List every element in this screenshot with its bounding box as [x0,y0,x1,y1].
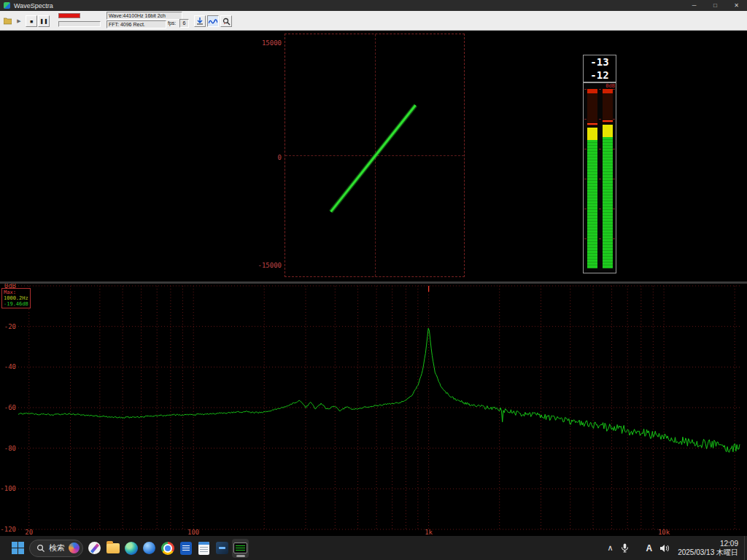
wavespectra-window: WaveSpectra ─ □ ✕ ▶ ■ ❚❚ Wave:44100Hz 16… [0,0,747,560]
minimize-button[interactable]: ─ [684,0,705,11]
spectrum-view-button[interactable] [207,15,219,27]
spectrum-plot: 0dB-20-40-60-80-100-120201001k10k [0,284,747,536]
position-slider[interactable] [58,21,101,27]
tray-time: 12:09 [678,540,738,548]
spectrum-section: 0dB-20-40-60-80-100-120201001k10k Max: 1… [0,284,747,536]
blue-doc-app-icon [180,542,192,555]
taskbar: 検索 ∧ A 12:09 2025/03/13 木曜日 [0,536,747,560]
search-icon [36,544,45,553]
toolbar: ▶ ■ ❚❚ Wave:44100Hz 16bit 2ch FFT: 4096 … [0,11,747,31]
meter-bar-right [603,83,613,273]
taskbar-app-blue-orb[interactable] [141,539,158,558]
search-highlights-icon [69,542,80,553]
search-input[interactable]: 検索 [29,540,83,557]
meter-readout: -13 -12 [583,55,616,82]
fps-input[interactable]: 6 [179,19,189,28]
spectrum-trace [18,328,740,452]
play-button[interactable]: ▶ [13,15,25,27]
chrome-icon [161,542,174,555]
white-doc-app-icon [198,542,209,555]
maximize-button[interactable]: □ [705,0,726,11]
svg-text:-20: -20 [4,323,16,330]
record-level-indicator [58,13,80,18]
taskbar-app-edge[interactable] [123,539,139,558]
peak-info-label: Max: [4,289,28,295]
volume-icon[interactable] [656,539,673,558]
input-select-button[interactable] [194,15,206,27]
meter-left-value: -13 [584,55,616,69]
lissajous-trace [330,105,415,211]
titlebar: WaveSpectra ─ □ ✕ [0,0,747,11]
start-button[interactable] [9,539,26,558]
window-title: WaveSpectra [14,2,53,9]
taskbar-app-dark-blue[interactable] [214,539,231,558]
blue-orb-app-icon [143,542,155,554]
tray-date: 2025/03/13 木曜日 [678,548,738,557]
meter-ticks-mid [599,89,601,268]
svg-text:1k: 1k [425,529,433,536]
meter-unlit-zone [587,93,597,126]
taskbar-app-pen[interactable] [86,539,103,558]
meter-bar-left [587,83,597,273]
microphone-icon[interactable] [617,539,632,558]
peak-level: -19.46dB [4,301,28,307]
scope-ymax-label: 15000 [257,39,282,47]
svg-text:-40: -40 [4,363,16,370]
pause-button[interactable]: ❚❚ [38,15,50,27]
taskbar-app-chrome[interactable] [159,539,176,558]
ime-indicator[interactable]: A [643,539,657,558]
meter-unlit-zone [603,93,613,123]
scope-ymin-label: -15000 [257,262,282,269]
taskbar-app-blue-doc[interactable] [177,539,194,558]
svg-text:-60: -60 [4,404,16,411]
svg-text:-80: -80 [4,445,16,452]
scope-section: 15000 0 -15000 -13 -12 0dB [0,31,747,281]
fps-label: fps: [168,20,176,26]
meter-peak-hold [587,123,597,125]
edge-icon [125,542,138,555]
level-meter: 0dB [583,82,616,273]
dark-blue-app-icon [216,542,228,554]
wave-format-field: Wave:44100Hz 16bit 2ch [107,12,182,20]
lissajous-display [285,34,465,277]
file-explorer-icon [107,543,120,553]
meter-peak-hold [603,120,613,122]
meter-yellow-segment [587,128,597,139]
svg-text:100: 100 [187,529,199,536]
meter-green-segment [603,137,613,268]
search-placeholder: 検索 [49,542,65,553]
taskbar-app-white-doc[interactable] [196,539,212,558]
peak-frequency: 1000.2Hz [4,295,28,301]
svg-text:-120: -120 [0,526,16,533]
open-file-icon[interactable] [1,15,13,27]
app-icon [4,2,10,9]
peak-info-box: Max: 1000.2Hz -19.46dB [1,288,31,308]
meter-yellow-segment [603,125,613,136]
settings-magnifier-icon[interactable] [220,15,232,27]
system-tray: ∧ A 12:09 2025/03/13 木曜日 [603,536,747,560]
taskbar-app-wavespectra[interactable] [232,539,249,558]
svg-text:20: 20 [25,529,33,536]
svg-text:10k: 10k [658,529,670,536]
meter-green-segment [587,140,597,268]
tray-chevron-up-icon[interactable]: ∧ [603,539,616,558]
show-desktop-button[interactable] [744,536,747,560]
meter-ticks-left [584,89,587,268]
spectrum-grid [18,286,740,529]
close-button[interactable]: ✕ [726,0,747,11]
fft-settings-field: FFT: 4096 Rect. [107,20,166,28]
stop-button[interactable]: ■ [26,15,37,27]
pen-app-icon [88,542,101,554]
svg-text:-100: -100 [0,485,16,492]
tray-clock[interactable]: 12:09 2025/03/13 木曜日 [673,540,744,557]
taskbar-app-file-explorer[interactable] [104,539,121,558]
meter-right-value: -12 [584,69,616,82]
lissajous-trace-svg [285,34,464,276]
meter-ticks-right [613,89,615,268]
window-controls: ─ □ ✕ [684,0,747,11]
scope-ymid-label: 0 [257,154,282,161]
wavespectra-app-icon [233,542,247,553]
